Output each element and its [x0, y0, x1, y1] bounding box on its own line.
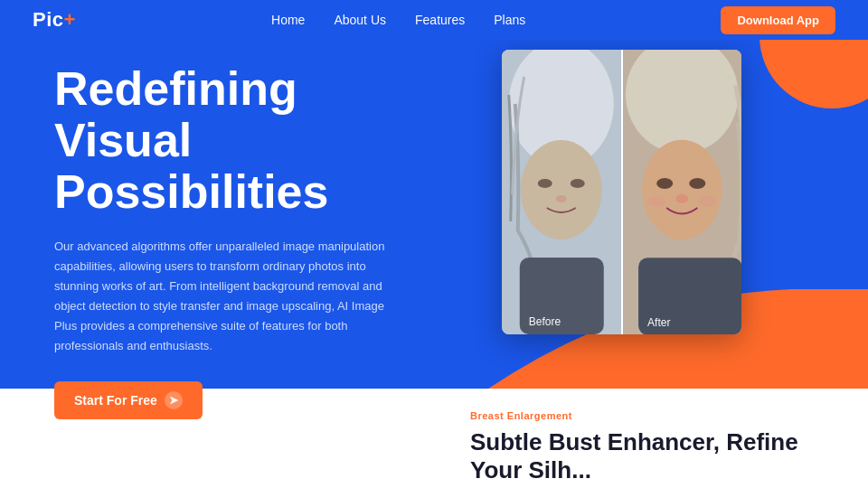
facebook-icon[interactable]: f: [54, 452, 80, 477]
logo[interactable]: Pic+: [33, 8, 76, 32]
svg-point-10: [642, 140, 722, 239]
before-after-image: Before: [502, 50, 741, 334]
hero-description: Our advanced algorithms offer unparallel…: [54, 237, 398, 357]
nav-features[interactable]: Features: [415, 13, 465, 27]
svg-point-14: [675, 194, 688, 203]
before-image: Before: [502, 50, 622, 334]
svg-point-12: [656, 178, 673, 189]
download-button[interactable]: Download App: [721, 6, 835, 34]
header: Pic+ Home About Us Features Plans Downlo…: [0, 0, 868, 40]
bottom-tag: Breast Enlargement: [470, 410, 832, 421]
arrow-icon: ➤: [165, 391, 183, 409]
svg-text:After: After: [647, 316, 670, 329]
svg-point-16: [698, 196, 716, 207]
logo-plus: +: [64, 8, 76, 31]
bottom-title: Subtle Bust Enhancer, Refine Your Silh..…: [470, 428, 832, 484]
svg-point-13: [689, 178, 705, 189]
hero-title: Redefining Visual Possibilities: [54, 63, 434, 219]
social-icons: f ▶ ✕ p in: [54, 452, 434, 477]
linkedin-icon[interactable]: in: [213, 452, 239, 477]
image-comparison: Before: [502, 50, 741, 334]
nav-about[interactable]: About Us: [334, 13, 386, 27]
start-button[interactable]: Start For Free ➤: [54, 381, 203, 419]
after-image: After: [622, 50, 742, 334]
hero-content: Redefining Visual Possibilities Our adva…: [54, 63, 434, 477]
svg-point-2: [521, 140, 602, 239]
nav-home[interactable]: Home: [271, 13, 305, 27]
nav: Home About Us Features Plans: [271, 12, 525, 28]
start-button-label: Start For Free: [74, 393, 157, 408]
twitter-icon[interactable]: ✕: [134, 452, 159, 477]
svg-text:Before: Before: [529, 315, 561, 328]
svg-point-5: [571, 179, 585, 188]
svg-point-15: [647, 196, 665, 207]
comparison-divider: [621, 50, 623, 334]
svg-point-4: [538, 179, 552, 188]
nav-plans[interactable]: Plans: [494, 13, 525, 27]
pinterest-icon[interactable]: p: [174, 452, 199, 477]
youtube-icon[interactable]: ▶: [94, 452, 119, 477]
bottom-content: Breast Enlargement Subtle Bust Enhancer,…: [470, 410, 832, 484]
svg-point-6: [556, 195, 567, 202]
